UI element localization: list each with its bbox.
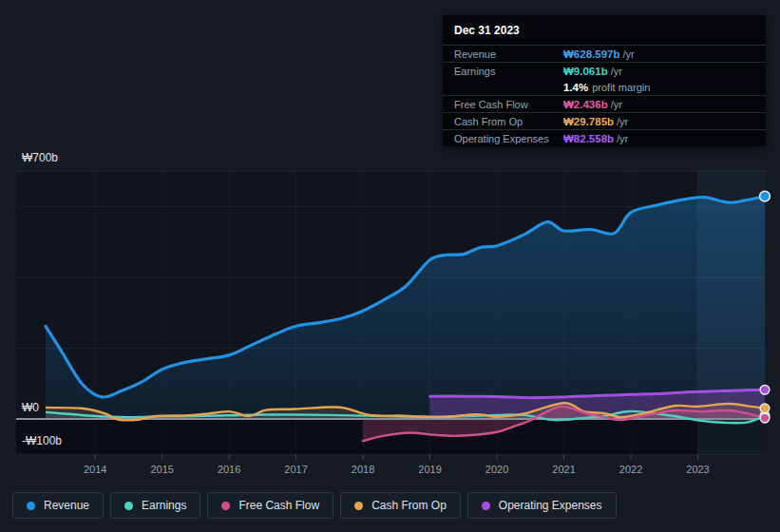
- tooltip-row-cash-from-op: Cash From Op ₩29.785b /yr: [443, 112, 766, 129]
- x-axis-label-2019: 2019: [418, 464, 441, 475]
- x-axis-label-2023: 2023: [686, 464, 709, 475]
- tooltip-value-revenue: ₩628.597b: [563, 48, 619, 60]
- operating-expenses-endpoint-dot: [760, 385, 770, 394]
- revenue-endpoint-dot: [760, 191, 770, 201]
- tooltip-value-free-cash-flow: ₩2.436b: [563, 99, 608, 110]
- x-axis-label-2016: 2016: [218, 464, 240, 475]
- tooltip-unit-earnings: /yr: [611, 66, 622, 77]
- x-axis-label-2020: 2020: [485, 464, 508, 475]
- tooltip-profit-margin-value: 1.4%: [563, 82, 588, 93]
- x-axis-label-2022: 2022: [619, 464, 642, 475]
- tooltip-row-revenue: Revenue ₩628.597b /yr: [443, 46, 766, 62]
- legend-item-earnings[interactable]: Earnings: [110, 492, 200, 519]
- free-cash-flow-dot-icon: [221, 502, 230, 510]
- tooltip-unit-revenue: /yr: [622, 48, 634, 60]
- legend-item-free-cash-flow[interactable]: Free Cash Flow: [207, 492, 333, 519]
- legend-label-operating-expenses: Operating Expenses: [499, 499, 602, 512]
- tooltip-label-earnings: Earnings: [454, 66, 563, 77]
- tooltip-label-cash-from-op: Cash From Op: [454, 116, 563, 127]
- tooltip-row-earnings: Earnings ₩9.061b /yr 1.4% profit margin: [443, 62, 766, 95]
- cash-from-op-dot-icon: [354, 502, 363, 510]
- chart-tooltip: Dec 31 2023 Revenue ₩628.597b /yr Earnin…: [443, 15, 766, 146]
- tooltip-value-earnings: ₩9.061b: [563, 66, 608, 77]
- legend-item-revenue[interactable]: Revenue: [12, 492, 104, 519]
- operating-expenses-dot-icon: [482, 502, 490, 510]
- y-axis-label-neg100b: -₩100b: [22, 434, 62, 447]
- x-axis-label-2017: 2017: [284, 464, 307, 475]
- revenue-dot-icon: [27, 502, 35, 510]
- x-axis-label-2018: 2018: [352, 464, 374, 475]
- tooltip-date: Dec 31 2023: [443, 15, 766, 46]
- free-cash-flow-endpoint-dot: [760, 413, 770, 423]
- chart-legend: Revenue Earnings Free Cash Flow Cash Fro…: [12, 492, 617, 519]
- legend-item-operating-expenses[interactable]: Operating Expenses: [467, 492, 617, 519]
- cash-from-op-endpoint-dot: [760, 404, 770, 413]
- tooltip-label-free-cash-flow: Free Cash Flow: [454, 99, 563, 110]
- tooltip-value-cash-from-op: ₩29.785b: [563, 116, 614, 127]
- tooltip-unit-operating-expenses: /yr: [617, 133, 628, 144]
- x-axis-label-2015: 2015: [150, 464, 173, 475]
- legend-label-free-cash-flow: Free Cash Flow: [238, 499, 319, 512]
- y-axis-label-zero: ₩0: [22, 400, 46, 415]
- tooltip-value-operating-expenses: ₩82.558b: [563, 133, 614, 144]
- financials-history-panel: 2014201520162017201820192020202120222023…: [0, 0, 780, 532]
- tooltip-unit-cash-from-op: /yr: [617, 116, 628, 127]
- legend-label-cash-from-op: Cash From Op: [371, 499, 447, 512]
- earnings-dot-icon: [124, 502, 133, 510]
- tooltip-label-operating-expenses: Operating Expenses: [454, 133, 563, 144]
- legend-label-earnings: Earnings: [142, 499, 186, 512]
- tooltip-row-operating-expenses: Operating Expenses ₩82.558b /yr: [443, 129, 766, 146]
- tooltip-label-revenue: Revenue: [454, 48, 563, 60]
- x-axis-label-2014: 2014: [84, 464, 106, 475]
- x-axis-label-2021: 2021: [552, 464, 575, 475]
- tooltip-unit-free-cash-flow: /yr: [611, 99, 622, 110]
- legend-label-revenue: Revenue: [44, 499, 89, 512]
- legend-item-cash-from-op[interactable]: Cash From Op: [340, 492, 461, 519]
- tooltip-profit-margin-text: profit margin: [592, 82, 650, 93]
- tooltip-row-free-cash-flow: Free Cash Flow ₩2.436b /yr: [443, 95, 766, 112]
- y-axis-label-700b: ₩700b: [22, 151, 58, 164]
